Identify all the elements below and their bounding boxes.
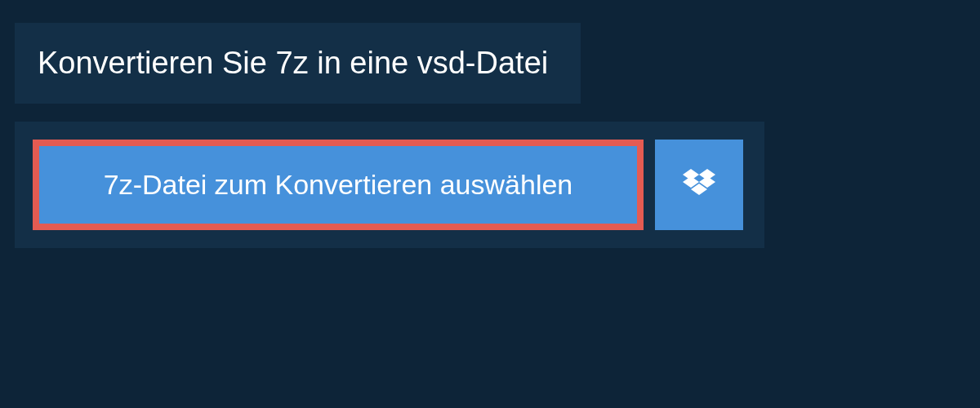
- dropbox-icon: [683, 169, 715, 202]
- select-file-button[interactable]: 7z-Datei zum Konvertieren auswählen: [33, 140, 644, 230]
- select-file-button-label: 7z-Datei zum Konvertieren auswählen: [104, 169, 573, 200]
- page-title: Konvertieren Sie 7z in eine vsd-Datei: [38, 46, 548, 80]
- file-select-panel: 7z-Datei zum Konvertieren auswählen: [15, 122, 764, 248]
- title-bar: Konvertieren Sie 7z in eine vsd-Datei: [15, 23, 581, 104]
- dropbox-button[interactable]: [655, 140, 743, 230]
